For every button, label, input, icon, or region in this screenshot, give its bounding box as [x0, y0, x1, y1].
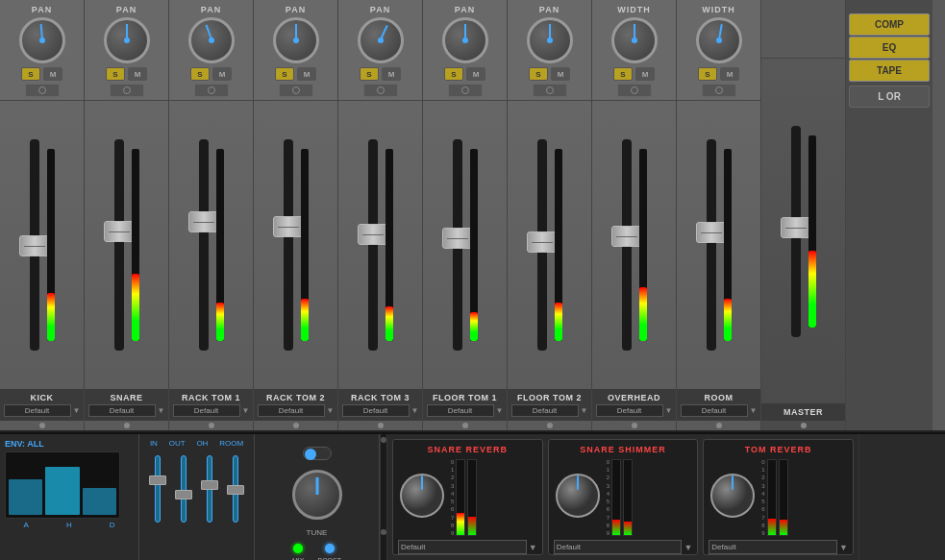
routing-handle-in[interactable] — [149, 475, 166, 485]
tune-toggle[interactable] — [303, 447, 332, 460]
fader-thumb-room[interactable] — [696, 222, 727, 243]
preset-arrow-ft2[interactable]: ▼ — [581, 406, 588, 415]
mute-snare[interactable]: M — [128, 67, 147, 81]
nav-dot-master — [801, 423, 807, 428]
routing-handle-oh[interactable] — [201, 480, 218, 490]
mute-oh[interactable]: M — [635, 67, 655, 81]
pan-knob-snare[interactable] — [104, 17, 150, 63]
pan-knob-oh[interactable] — [611, 17, 658, 63]
pan-label-oh: WIDTH — [617, 5, 651, 14]
tune-knob[interactable] — [292, 470, 342, 520]
pan-knob-rt3[interactable] — [358, 17, 404, 63]
preset-select-ft2[interactable]: Default — [511, 404, 579, 417]
preset-select-ft1[interactable]: Default — [427, 404, 494, 417]
pan-label-room: WIDTH — [702, 5, 735, 14]
effect-preset-select-snare-shimmer[interactable]: Default — [554, 540, 683, 554]
solo-rt1[interactable]: S — [190, 67, 210, 81]
preset-arrow-snare[interactable]: ▼ — [158, 406, 165, 415]
power-room[interactable] — [702, 84, 736, 97]
mute-rt2[interactable]: M — [297, 67, 316, 81]
fader-area-ft2 — [537, 101, 562, 389]
preset-select-rt2[interactable]: Default — [258, 404, 325, 417]
effect-knob-snare-reverb-svg[interactable] — [398, 472, 446, 520]
power-kick[interactable] — [25, 84, 60, 97]
pan-knob-rt2[interactable] — [273, 17, 319, 63]
preset-select-oh[interactable]: Default — [596, 404, 663, 417]
preset-arrow-room[interactable]: ▼ — [750, 406, 758, 415]
solo-kick[interactable]: S — [21, 67, 40, 81]
preset-arrow-rt2[interactable]: ▼ — [327, 406, 335, 415]
comp-button[interactable]: COMP — [849, 13, 930, 36]
fader-thumb-ft1[interactable] — [442, 228, 473, 249]
eq-button[interactable]: EQ — [849, 37, 930, 59]
effect-preset-arrow-sr[interactable]: ▼ — [529, 543, 537, 552]
fader-thumb-ft2[interactable] — [527, 231, 558, 253]
pan-label-snare: PAN — [116, 5, 137, 14]
separator — [380, 434, 387, 560]
solo-rt3[interactable]: S — [360, 67, 379, 81]
routing-handle-room[interactable] — [227, 485, 244, 495]
mute-room[interactable]: M — [720, 67, 739, 81]
routing-track-oh — [207, 455, 212, 523]
fader-thumb-snare[interactable] — [104, 221, 135, 242]
pan-knob-ft1[interactable] — [442, 17, 488, 63]
preset-select-kick[interactable]: Default — [4, 404, 71, 417]
env-bar-h — [45, 467, 79, 515]
nav-dot-rt3 — [378, 423, 384, 428]
preset-select-rt1[interactable]: Default — [173, 404, 240, 417]
solo-ft1[interactable]: S — [444, 67, 463, 81]
mute-kick[interactable]: M — [43, 67, 62, 81]
preset-arrow-ft1[interactable]: ▼ — [496, 406, 504, 415]
mute-ft1[interactable]: M — [466, 67, 485, 81]
preset-arrow-oh[interactable]: ▼ — [665, 406, 673, 415]
effect-preset-select-tom-reverb[interactable]: Default — [709, 540, 837, 554]
pan-knob-rt1[interactable] — [188, 17, 235, 63]
lor-button[interactable]: L OR — [849, 85, 930, 108]
preset-arrow-rt3[interactable]: ▼ — [411, 406, 419, 415]
routing-label-in: IN — [150, 439, 158, 448]
tape-button[interactable]: TAPE — [849, 60, 930, 82]
power-ft2[interactable] — [533, 84, 567, 97]
meter-rt1 — [216, 149, 224, 341]
fader-thumb-kick[interactable] — [19, 235, 50, 256]
power-snare[interactable] — [110, 84, 144, 97]
power-rt3[interactable] — [363, 84, 398, 97]
power-ft1[interactable] — [448, 84, 483, 97]
pan-knob-ft2[interactable] — [527, 17, 573, 63]
pan-knob-kick[interactable] — [19, 17, 65, 63]
power-oh[interactable] — [617, 84, 652, 97]
preset-arrow-rt1[interactable]: ▼ — [242, 406, 250, 415]
preset-select-rt3[interactable]: Default — [342, 404, 410, 417]
fader-thumb-rt1[interactable] — [188, 211, 219, 232]
solo-oh[interactable]: S — [613, 67, 633, 81]
preset-select-snare[interactable]: Default — [88, 404, 156, 417]
tune-indicator — [315, 477, 318, 495]
power-rt1[interactable] — [194, 84, 229, 97]
routing-handle-out[interactable] — [175, 490, 192, 499]
preset-arrow-kick[interactable]: ▼ — [73, 406, 81, 415]
solo-room[interactable]: S — [698, 67, 717, 81]
preset-select-room[interactable]: Default — [681, 404, 748, 417]
solo-ft2[interactable]: S — [529, 67, 548, 81]
fader-thumb-oh[interactable] — [611, 226, 642, 247]
solo-snare[interactable]: S — [106, 67, 125, 81]
snare-reverb-meter-fill2 — [468, 517, 476, 536]
fader-thumb-master[interactable] — [781, 217, 811, 238]
power-rt2[interactable] — [279, 84, 313, 97]
channel-name-room: ROOM — [679, 393, 758, 402]
mute-rt3[interactable]: M — [382, 67, 401, 81]
mute-rt1[interactable]: M — [212, 67, 232, 81]
effect-knob-snare-shimmer-svg[interactable] — [554, 472, 602, 520]
mute-ft2[interactable]: M — [551, 67, 570, 81]
effect-preset-select-snare-reverb[interactable]: Default — [398, 540, 527, 554]
fader-thumb-rt3[interactable] — [358, 224, 388, 245]
fader-thumb-rt2[interactable] — [273, 216, 304, 237]
pan-knob-room[interactable] — [696, 17, 742, 63]
meter-rt2 — [301, 149, 309, 341]
fader-area-ft1 — [453, 101, 478, 389]
fader-area-kick — [30, 101, 55, 389]
effect-preset-arrow-tr[interactable]: ▼ — [839, 543, 848, 552]
effect-knob-tom-reverb-svg[interactable] — [709, 472, 757, 520]
effect-preset-arrow-ss[interactable]: ▼ — [684, 543, 692, 552]
solo-rt2[interactable]: S — [275, 67, 294, 81]
